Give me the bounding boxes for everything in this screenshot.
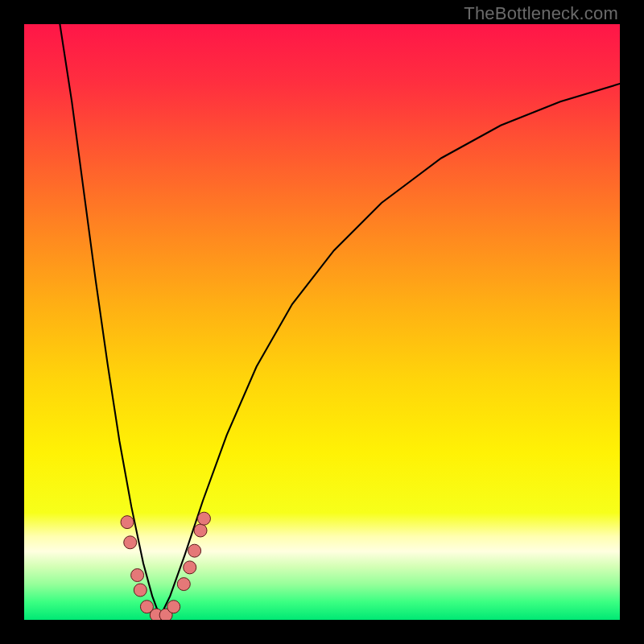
curve-marker: [197, 512, 210, 525]
curve-marker: [131, 569, 144, 582]
watermark-label: TheBottleneck.com: [464, 3, 618, 24]
curve-marker: [167, 601, 180, 613]
curve-marker: [124, 536, 137, 549]
curve-marker: [121, 516, 134, 529]
curve-right-branch: [160, 84, 620, 617]
curve-marker: [194, 524, 207, 537]
bottleneck-curve: [24, 24, 620, 620]
curve-marker: [188, 544, 201, 557]
plot-area: [24, 24, 620, 620]
chart-frame: TheBottleneck.com: [0, 0, 644, 644]
curve-marker: [184, 561, 196, 574]
curve-marker: [177, 578, 190, 591]
curve-marker: [134, 584, 147, 597]
curve-left-branch: [60, 24, 159, 617]
